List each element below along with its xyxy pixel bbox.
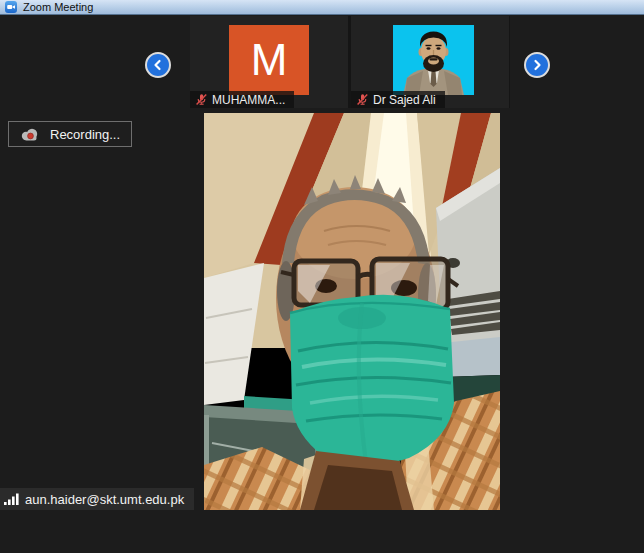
avatar-letter: M	[251, 38, 288, 82]
mic-muted-icon	[356, 93, 369, 106]
window-titlebar[interactable]: Zoom Meeting	[0, 0, 644, 15]
participant-name: Dr Sajed Ali	[373, 93, 436, 107]
chevron-right-icon	[531, 59, 543, 71]
zoom-app-icon	[5, 1, 17, 13]
avatar: M	[229, 25, 309, 95]
participant-name-badge: Dr Sajed Ali	[351, 91, 445, 108]
cloud-recording-icon	[20, 127, 40, 142]
speaker-video-frame	[204, 113, 500, 510]
next-participants-button[interactable]	[524, 52, 550, 78]
participant-name-badge: MUHAMMA...	[190, 91, 294, 108]
recording-label: Recording...	[50, 127, 120, 142]
main-speaker-video[interactable]	[204, 113, 500, 510]
participant-filmstrip: M MUHAMMA...	[190, 16, 510, 108]
participant-name: MUHAMMA...	[212, 93, 285, 107]
window-title: Zoom Meeting	[23, 1, 93, 13]
chevron-left-icon	[152, 59, 164, 71]
active-speaker-name: aun.haider@skt.umt.edu.pk	[25, 492, 184, 507]
participant-photo	[393, 25, 474, 95]
network-signal-icon	[4, 493, 19, 505]
participant-thumbnail-muhammad[interactable]: M MUHAMMA...	[190, 16, 348, 108]
previous-participants-button[interactable]	[145, 52, 171, 78]
active-speaker-name-badge: aun.haider@skt.umt.edu.pk	[0, 488, 194, 510]
mic-muted-icon	[195, 93, 208, 106]
zoom-meeting-window: Zoom Meeting M MUHAMMA...	[0, 0, 644, 553]
recording-indicator: Recording...	[8, 121, 132, 147]
participant-thumbnail-dr-sajed-ali[interactable]: Dr Sajed Ali	[351, 16, 509, 108]
